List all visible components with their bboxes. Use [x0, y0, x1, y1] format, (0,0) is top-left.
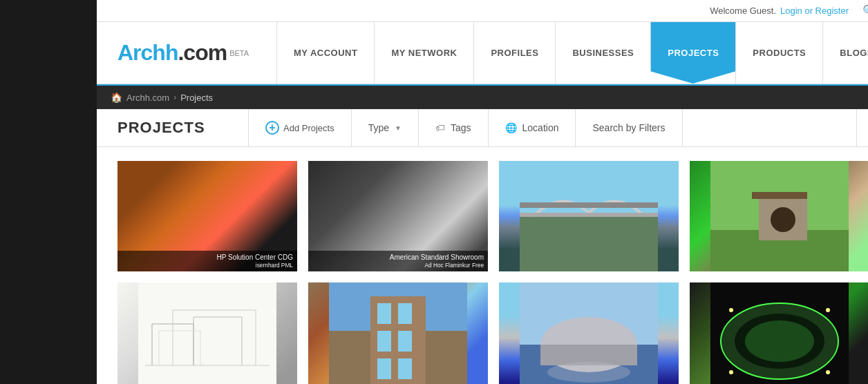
breadcrumb-link-home[interactable]: Archh.com [126, 93, 169, 103]
projects-grid: HP Solution Center CDGisernhard PML Amer… [97, 147, 868, 384]
projects-title: PROJECTS [97, 109, 249, 146]
project-image-7 [499, 282, 679, 384]
svg-rect-20 [398, 358, 412, 379]
project-card-5[interactable] [117, 282, 297, 384]
filter-search-label: Search by Filters [592, 122, 665, 133]
chevron-down-icon: ▼ [395, 124, 402, 132]
filter-bar: PROJECTS + Add Projects Type ▼ 🏷 Tags 🌐 … [97, 109, 868, 147]
nav-items: MY ACCOUNT MY NETWORK PROFILES BUSINESSE… [276, 22, 868, 84]
content-area: PROJECTS + Add Projects Type ▼ 🏷 Tags 🌐 … [97, 109, 868, 384]
svg-point-31 [826, 308, 830, 312]
svg-point-32 [729, 370, 733, 374]
logo-text: Archh.com [117, 40, 227, 66]
filter-location-label: Location [522, 122, 559, 133]
breadcrumb-home-icon[interactable]: 🏠 [111, 92, 122, 103]
filter-tags-dropdown[interactable]: 🏷 Tags [419, 109, 489, 146]
svg-point-29 [745, 320, 814, 362]
svg-rect-9 [752, 192, 807, 199]
project-card-1[interactable]: HP Solution Center CDGisernhard PML [117, 161, 297, 271]
login-register-link[interactable]: Login or Register [780, 6, 849, 16]
nav-item-my-account[interactable]: MY ACCOUNT [276, 22, 374, 84]
breadcrumb-bar: 🏠 Archh.com › Projects [97, 84, 868, 109]
project-label-2: American Standard ShowroomAd Hoc Flamink… [308, 251, 488, 271]
filter-tags-label: Tags [451, 122, 471, 133]
search-icon[interactable]: 🔍 [862, 4, 868, 17]
project-card-6[interactable] [308, 282, 488, 384]
svg-rect-2 [520, 213, 658, 217]
logo-archh: Archh [117, 40, 178, 65]
add-circle-icon: + [265, 121, 279, 135]
svg-point-25 [547, 362, 630, 383]
svg-point-8 [771, 207, 795, 232]
project-card-4[interactable] [690, 161, 868, 271]
project-card-7[interactable] [499, 282, 679, 384]
logo-domain: .com [178, 40, 227, 65]
filter-search-button[interactable]: Search by Filters [576, 109, 682, 146]
svg-point-33 [826, 370, 830, 374]
filter-location-dropdown[interactable]: 🌐 Location [489, 109, 576, 146]
nav-item-blogs[interactable]: BLOGS [822, 22, 868, 84]
breadcrumb-current: Projects [180, 93, 213, 103]
logo[interactable]: Archh.com BETA [97, 22, 276, 84]
filter-type-label: Type [368, 122, 389, 133]
welcome-text: Welcome Guest. [710, 6, 776, 16]
nav-item-businesses[interactable]: BUSINESSES [555, 22, 650, 84]
filter-type-dropdown[interactable]: Type ▼ [352, 109, 419, 146]
project-label-1: HP Solution Center CDGisernhard PML [117, 251, 297, 271]
tag-icon: 🏷 [435, 122, 445, 133]
add-projects-button[interactable]: + Add Projects [249, 109, 352, 146]
svg-rect-17 [377, 331, 391, 352]
filter-expand-button[interactable]: ▼ [856, 109, 868, 146]
nav-item-projects[interactable]: PROJECTS [650, 22, 735, 84]
svg-rect-15 [377, 303, 391, 324]
svg-rect-16 [398, 303, 412, 324]
svg-rect-18 [398, 331, 412, 352]
globe-icon: 🌐 [505, 122, 517, 133]
project-image-5 [117, 282, 297, 384]
project-image-4 [690, 161, 868, 271]
nav-item-profiles[interactable]: PROFILES [473, 22, 555, 84]
svg-rect-1 [520, 216, 658, 271]
nav-item-my-network[interactable]: MY NETWORK [374, 22, 473, 84]
project-image-8 [690, 282, 868, 384]
top-bar: Welcome Guest. Login or Register 🔍 [97, 0, 868, 22]
nav-bar: Archh.com BETA MY ACCOUNT MY NETWORK PRO… [97, 22, 868, 84]
svg-point-30 [729, 308, 733, 312]
add-projects-label: Add Projects [283, 123, 334, 133]
project-image-3 [499, 161, 679, 271]
svg-rect-3 [520, 202, 658, 208]
project-image-6 [308, 282, 488, 384]
breadcrumb-separator: › [173, 93, 176, 102]
svg-rect-19 [377, 358, 391, 379]
logo-beta: BETA [229, 49, 249, 57]
project-card-2[interactable]: American Standard ShowroomAd Hoc Flamink… [308, 161, 488, 271]
nav-item-products[interactable]: PRODUCTS [735, 22, 822, 84]
project-card-3[interactable] [499, 161, 679, 271]
project-card-8[interactable] [690, 282, 868, 384]
